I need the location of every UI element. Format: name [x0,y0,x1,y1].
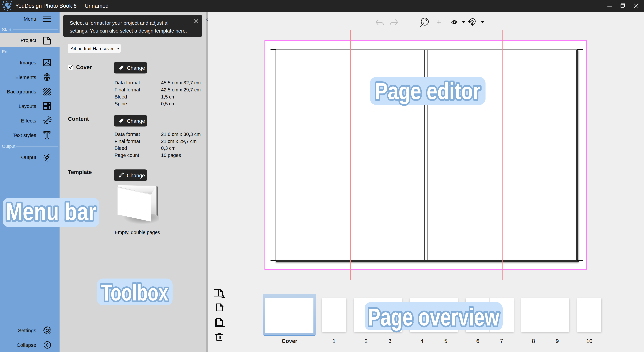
svg-text:Page editor: Page editor [375,78,480,104]
svg-text:Toolbox: Toolbox [101,280,168,305]
svg-text:Menu bar: Menu bar [6,198,96,225]
svg-text:Page overview: Page overview [368,304,500,331]
